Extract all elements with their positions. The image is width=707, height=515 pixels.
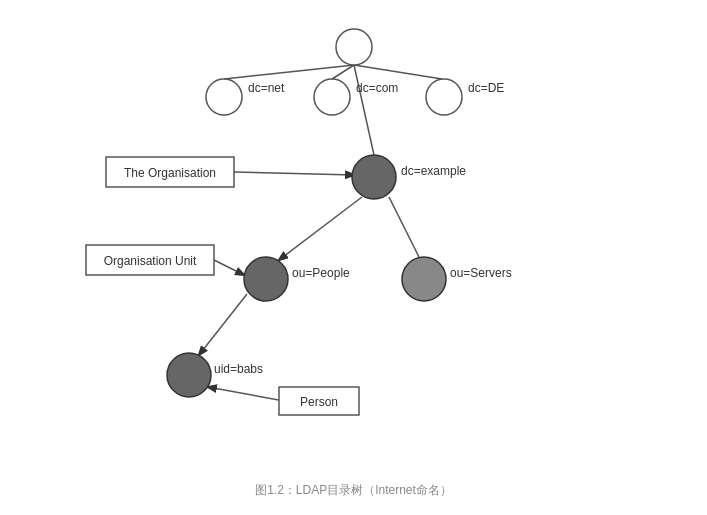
label-uidbabs: uid=babs	[214, 362, 263, 376]
diagram-container: dc=net dc=com dc=DE dc=example ou=People…	[14, 17, 694, 477]
label-orgunit: Organisation Unit	[103, 254, 196, 268]
label-dccom: dc=com	[356, 81, 398, 95]
label-dcnet: dc=net	[248, 81, 285, 95]
node-ouservers	[402, 257, 446, 301]
node-uidbabs	[167, 353, 211, 397]
box-org-arrow	[234, 172, 354, 175]
label-person: Person	[299, 395, 337, 409]
label-organisation: The Organisation	[123, 166, 215, 180]
edge-root-dcDE	[354, 65, 442, 79]
ldap-diagram: dc=net dc=com dc=DE dc=example ou=People…	[14, 17, 694, 477]
edge-dcexample-oupeople	[279, 197, 362, 260]
label-oupeople: ou=People	[292, 266, 350, 280]
edge-oupeople-uidbabs	[199, 294, 247, 355]
label-ouservers: ou=Servers	[450, 266, 512, 280]
caption-text: 图1.2：LDAP目录树（Internet命名）	[255, 483, 452, 497]
label-dcexample: dc=example	[401, 164, 466, 178]
node-dcexample	[352, 155, 396, 199]
node-dcDE	[426, 79, 462, 115]
box-person-arrow	[208, 387, 284, 401]
edge-root-dcexample	[354, 65, 374, 155]
label-dcDE: dc=DE	[468, 81, 504, 95]
node-root	[336, 29, 372, 65]
diagram-caption: 图1.2：LDAP目录树（Internet命名）	[255, 481, 452, 499]
node-dcnet	[206, 79, 242, 115]
edge-dcexample-ouservers	[389, 197, 419, 257]
box-orgunit-arrow	[214, 260, 244, 275]
node-oupeople	[244, 257, 288, 301]
node-dccom	[314, 79, 350, 115]
